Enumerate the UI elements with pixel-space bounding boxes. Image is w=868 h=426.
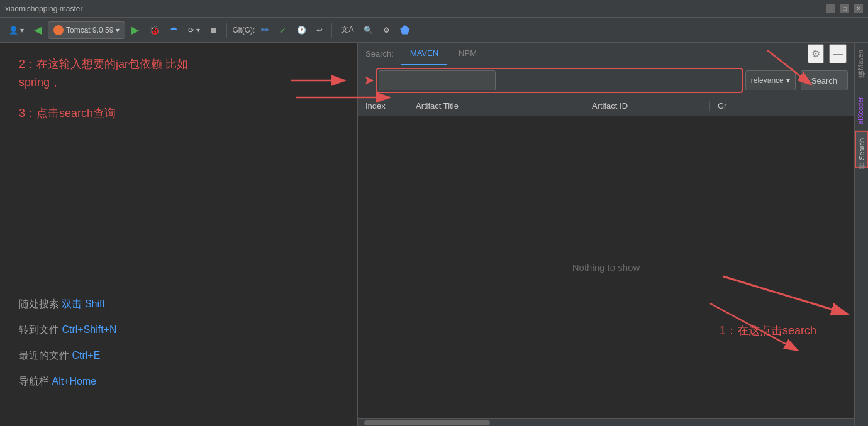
empty-message: Nothing to show	[572, 262, 640, 273]
step2-text-line1: 2：在这输入想要的jar包依赖 比如	[19, 55, 338, 74]
color-icon: ⬟	[400, 23, 410, 37]
main-layout: 2：在这输入想要的jar包依赖 比如 spring， 3：点击search查询 …	[0, 43, 868, 426]
toolbar-sep2	[331, 23, 332, 38]
search-label: Search:	[365, 49, 394, 58]
search-button[interactable]: Search	[801, 70, 848, 90]
stop-btn[interactable]: ⏹	[206, 21, 221, 39]
shortcut-key-search: 双击 Shift	[62, 298, 104, 309]
shortcut-item-search: 随处搜索 双击 Shift	[19, 298, 117, 311]
git-history-btn[interactable]: 🕐	[293, 21, 310, 39]
user-dropdown-arrow: ▾	[20, 26, 24, 35]
vtab-aix[interactable]: aIXcoder	[855, 90, 868, 131]
th-group: Gr	[710, 101, 854, 111]
tab-minimize-btn[interactable]: —	[829, 44, 847, 63]
vertical-tabs-right: Maven 编辑 aIXcoder Search 插件	[854, 43, 868, 426]
tab-npm-label: NPM	[459, 48, 477, 58]
stop-icon: ⏹	[210, 26, 218, 35]
shortcut-label-nav: 导航栏	[19, 376, 52, 386]
settings-icon: ⚙	[383, 26, 390, 35]
git-label: Git(G):	[232, 26, 255, 35]
shortcut-item-file: 转到文件 Ctrl+Shift+N	[19, 324, 117, 337]
relevance-dropdown[interactable]: relevance ▾	[745, 70, 796, 90]
back-btn[interactable]: ◀	[30, 21, 45, 39]
search-icon: 🔍	[364, 26, 373, 35]
shortcut-key-nav: Alt+Home	[52, 376, 96, 386]
vtab-editor[interactable]: 编辑	[855, 77, 868, 90]
shortcut-key-recent: Ctrl+E	[72, 350, 100, 361]
maximize-btn[interactable]: □	[840, 4, 849, 13]
back-arrow-icon: ◀	[34, 24, 42, 36]
table-body: Nothing to show	[358, 116, 854, 418]
debug-btn[interactable]: 🐞	[145, 21, 164, 39]
git-edit-icon: ✏	[261, 24, 269, 36]
tab-bar: Search: MAVEN NPM ⚙ —	[358, 43, 854, 65]
shortcut-label-search: 随处搜索	[19, 298, 62, 309]
git-undo-btn[interactable]: ↩	[313, 21, 326, 39]
relevance-arrow: ▾	[786, 76, 790, 85]
minimize-btn[interactable]: —	[826, 4, 835, 13]
search-input[interactable]	[379, 70, 496, 90]
git-edit-btn[interactable]: ✏	[257, 21, 273, 39]
translate-icon: 文A	[341, 25, 353, 35]
table-header: Index Artifact Title Artifact ID Gr	[358, 96, 854, 116]
git-clock-icon: 🕐	[297, 26, 306, 35]
step2-annotation: 2：在这输入想要的jar包依赖 比如 spring，	[19, 55, 338, 92]
git-check-icon: ✓	[279, 25, 287, 35]
bottom-scrollbar[interactable]	[358, 418, 854, 426]
git-check-btn[interactable]: ✓	[275, 21, 291, 39]
user-dropdown-btn[interactable]: 👤 ▾	[5, 21, 28, 39]
step3-annotation: 3：点击search查询	[19, 104, 338, 123]
tomcat-dropdown[interactable]: Tomcat 9.0.59 ▾	[48, 21, 125, 39]
profile-icon: ⟳	[188, 26, 194, 35]
profile-dropdown-btn[interactable]: ⟳ ▾	[184, 21, 204, 39]
app-title: xiaomishopping·master	[5, 4, 82, 13]
tomcat-label: Tomcat 9.0.59	[66, 26, 113, 35]
vtab-plugin[interactable]: 插件	[855, 168, 868, 181]
color-btn[interactable]: ⬟	[396, 21, 414, 39]
th-title: Artifact Title	[408, 101, 584, 111]
title-bar: xiaomishopping·master — □ ✕	[0, 0, 868, 18]
tab-npm[interactable]: NPM	[450, 43, 486, 65]
step3-text: 3：点击search查询	[19, 104, 338, 123]
search-btn[interactable]: 🔍	[360, 21, 377, 39]
shortcut-key-file: Ctrl+Shift+N	[62, 324, 116, 335]
shortcut-label-file: 转到文件	[19, 324, 62, 335]
tab-maven[interactable]: MAVEN	[401, 43, 447, 65]
relevance-label: relevance	[751, 76, 784, 85]
tab-maven-label: MAVEN	[410, 48, 438, 58]
git-undo-icon: ↩	[316, 26, 323, 35]
coverage-btn[interactable]: ☂	[166, 21, 182, 39]
tomcat-arrow: ▾	[116, 26, 120, 35]
search-input-wrapper	[379, 70, 740, 90]
toolbar: 👤 ▾ ◀ Tomcat 9.0.59 ▾ ▶ 🐞 ☂ ⟳ ▾ ⏹ Git(G)…	[0, 18, 868, 43]
tab-actions: ⚙ —	[808, 44, 847, 63]
close-btn[interactable]: ✕	[854, 4, 863, 13]
shortcut-label-recent: 最近的文件	[19, 350, 72, 361]
th-index: Index	[358, 101, 408, 111]
tab-settings-btn[interactable]: ⚙	[808, 44, 824, 63]
right-panel: Search: MAVEN NPM ⚙ — ➤ relevance ▾	[357, 43, 854, 426]
shortcut-item-nav: 导航栏 Alt+Home	[19, 375, 117, 388]
vtab-search[interactable]: Search	[855, 131, 868, 168]
table-container: Index Artifact Title Artifact ID Gr Noth…	[358, 96, 854, 418]
run-btn[interactable]: ▶	[128, 21, 143, 39]
th-artifact-id: Artifact ID	[584, 101, 710, 111]
shortcut-list: 随处搜索 双击 Shift 转到文件 Ctrl+Shift+N 最近的文件 Ct…	[19, 298, 117, 401]
shortcut-item-recent: 最近的文件 Ctrl+E	[19, 349, 117, 363]
window-controls: — □ ✕	[826, 4, 863, 13]
user-icon: 👤	[9, 26, 18, 35]
translate-btn[interactable]: 文A	[337, 21, 357, 39]
search-row: ➤ relevance ▾ Search	[358, 65, 854, 96]
search-arrow-indicator: ➤	[364, 74, 374, 87]
coverage-icon: ☂	[170, 25, 178, 35]
tomcat-icon	[53, 25, 64, 35]
settings-btn[interactable]: ⚙	[379, 21, 394, 39]
vtab-maven[interactable]: Maven	[855, 43, 868, 77]
profile-arrow: ▾	[196, 26, 200, 35]
toolbar-sep1	[226, 23, 227, 38]
left-panel: 2：在这输入想要的jar包依赖 比如 spring， 3：点击search查询 …	[0, 43, 357, 426]
scrollbar-thumb	[364, 420, 490, 425]
step2-text-line2: spring，	[19, 74, 338, 92]
